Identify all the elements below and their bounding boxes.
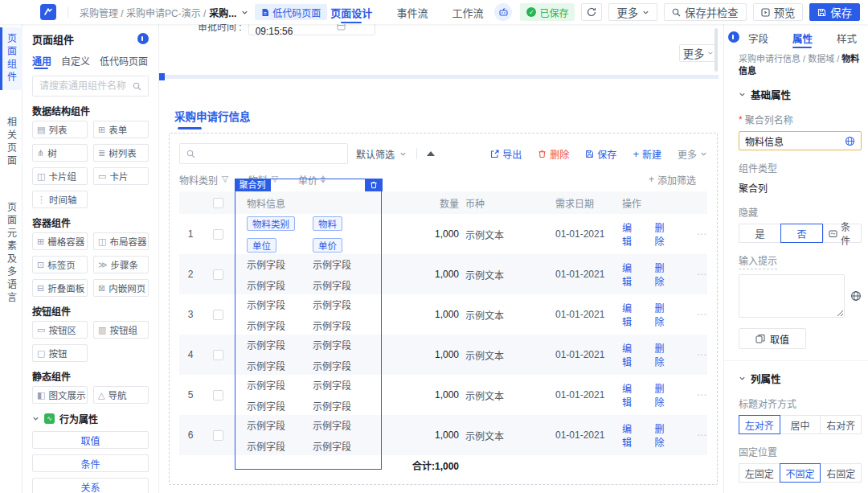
component-item[interactable]: ◫ 卡片组 [32,167,88,185]
default-filter-dropdown[interactable]: 默认筛选 [356,147,407,161]
fixed-none-button[interactable]: 不固定 [780,463,821,483]
breadcrumb-current[interactable]: 采购... [209,6,236,19]
tab-general[interactable]: 通用 [32,51,51,69]
field-tag[interactable]: 物料 [313,216,342,231]
row-edit-link[interactable]: 编辑 [622,220,637,248]
hidden-yes-button[interactable]: 是 [739,224,781,243]
delete-button[interactable]: 删除 [538,147,569,161]
row-checkbox[interactable] [213,229,223,240]
ai-assistant-button[interactable] [494,3,512,21]
create-button[interactable]: + 新建 [633,147,661,161]
fixed-left-button[interactable]: 左固定 [739,463,780,483]
row-more-icon[interactable]: ⋯ [697,269,707,280]
row-delete-link[interactable]: 删除 [655,381,670,409]
component-item[interactable]: ▭ 卡片 [93,167,149,185]
component-item[interactable]: ⊟ 折叠面板 [32,279,88,297]
row-more-icon[interactable]: ⋯ [697,429,707,441]
row-checkbox[interactable] [213,269,223,280]
component-item[interactable]: ⊞ 栅格容器 [32,232,88,250]
globe-icon[interactable] [850,290,862,302]
save-row-button[interactable]: 保存 [585,147,616,161]
row-more-icon[interactable]: ⋯ [697,389,707,401]
select-all-checkbox[interactable] [213,198,223,208]
basic-props-section-header[interactable]: 基础属性 [739,87,862,102]
column-props-section-header[interactable]: 列属性 [739,371,862,386]
globe-icon[interactable] [845,136,855,146]
row-more-icon[interactable]: ⋯ [697,228,707,240]
component-item[interactable]: ≣ 树列表 [93,144,149,162]
col-header-date[interactable]: 需求日期 [531,196,616,210]
row-delete-link[interactable]: 删除 [655,261,670,288]
row-edit-link[interactable]: 编辑 [622,341,637,368]
filter-chip-material-category[interactable]: 物料类别 [179,173,229,187]
save-button[interactable]: 保存 [809,3,860,21]
component-search-input[interactable] [39,80,128,92]
row-checkbox[interactable] [213,350,223,360]
row-delete-link[interactable]: 删除 [655,220,670,248]
aggregate-name-input[interactable] [745,135,840,146]
component-item[interactable]: ⋮ 时间轴 [32,191,88,208]
crumb-item[interactable]: 采购申请行信息 [739,54,800,64]
add-filter-button[interactable]: + 添加筛选 [649,173,696,187]
col-header-currency[interactable]: 币种 [459,196,531,210]
align-left-button[interactable]: 左对齐 [739,415,780,434]
col-header-ops[interactable]: 操作 [616,196,707,210]
tab-custom[interactable]: 自定义 [61,51,90,69]
get-value-button[interactable]: 取值 [739,328,806,349]
condition-button[interactable]: 条件 [32,454,149,472]
row-edit-link[interactable]: 编辑 [622,301,637,328]
row-more-icon[interactable]: ⋯ [697,349,707,360]
fixed-right-button[interactable]: 右固定 [820,463,862,483]
rail-item-page-elements-i18n[interactable]: 页面元素及多语言 [0,196,23,310]
relation-button[interactable]: 关系 [32,478,149,493]
row-delete-link[interactable]: 删除 [655,301,670,328]
tab-page-design[interactable]: 页面设计 [330,0,372,24]
hint-textarea[interactable] [739,274,845,318]
behavior-section-header[interactable]: ∿ 行为属性 [32,411,149,425]
rail-item-related-pages[interactable]: 相关页面 [0,111,23,174]
tab-fields[interactable]: 字段 [748,27,768,48]
hidden-condition-button[interactable]: 条件 [823,224,862,243]
component-item[interactable]: ◫ 布局容器 [93,232,149,250]
field-tag[interactable]: 单位 [247,238,276,253]
row-edit-link[interactable]: 编辑 [622,381,637,409]
collapse-search-icon[interactable] [427,151,435,156]
table-more-button[interactable]: 更多 [678,147,707,161]
tab-styles[interactable]: 样式 [837,27,857,48]
component-item[interactable]: ◧ 图文展示 [32,386,88,404]
filter-chip-material[interactable]: 物料 [248,173,279,187]
row-checkbox[interactable] [213,310,223,320]
component-item[interactable]: ▭ 按钮区 [32,321,88,339]
delete-column-button[interactable] [365,179,383,191]
sort-chip-unit-price[interactable]: 单价 [298,173,326,187]
row-delete-link[interactable]: 删除 [655,421,670,449]
export-button[interactable]: 导出 [490,147,522,161]
tab-event-flow[interactable]: 事件流 [396,0,428,24]
crumb-item[interactable]: 数据域 [808,54,834,64]
row-delete-link[interactable]: 删除 [655,341,670,368]
align-right-button[interactable]: 右对齐 [820,415,862,434]
canvas-more-button[interactable]: 更多 [679,44,718,62]
date-input[interactable]: 2021-01-01 09:15:56 [248,24,375,35]
align-center-button[interactable]: 居中 [780,415,821,434]
rail-item-page-components[interactable]: 页面组件 [0,27,23,90]
collapse-panel-icon[interactable] [137,33,149,44]
row-more-icon[interactable]: ⋯ [697,309,707,320]
component-item[interactable]: △ 导航 [93,386,149,404]
refresh-button[interactable] [581,3,602,21]
save-and-check-button[interactable]: 保存并检查 [664,3,747,21]
tab-lowcode-page[interactable]: 低代码页面 [100,51,148,69]
component-item[interactable]: ≫ 步骤条 [93,256,149,273]
row-edit-link[interactable]: 编辑 [622,261,637,288]
col-header-material-info[interactable]: 物料信息 [234,196,379,210]
app-logo[interactable] [40,4,56,20]
chevron-down-icon[interactable] [241,9,248,16]
component-item[interactable]: ▤ 列表 [32,121,88,138]
row-checkbox[interactable] [213,390,223,401]
collapse-panel-icon[interactable] [728,31,739,43]
table-search-input[interactable] [200,148,341,159]
component-item[interactable]: ⊡ 标签页 [32,256,88,273]
table-section-title[interactable]: 采购申请行信息 [174,108,251,129]
tab-workflow[interactable]: 工作流 [452,0,483,24]
more-menu-button[interactable]: 更多 [608,3,657,21]
